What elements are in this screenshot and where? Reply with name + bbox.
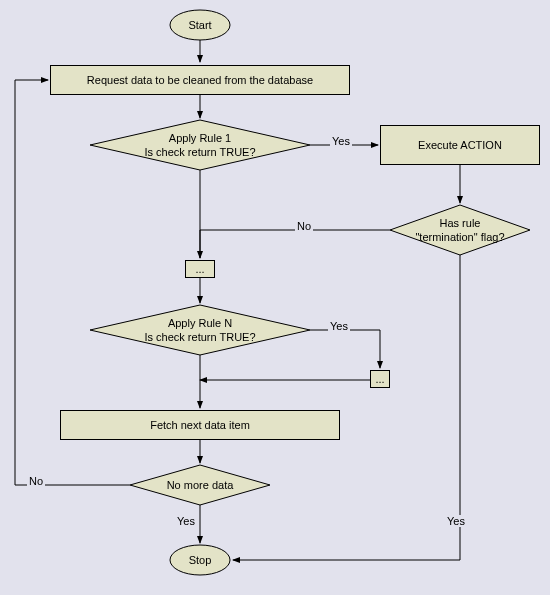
edge-label-yes-stop: Yes	[175, 515, 197, 527]
start-node: Start	[170, 17, 230, 33]
edge-label-no-loop: No	[27, 475, 45, 487]
fetch-next-item-process: Fetch next data item	[60, 410, 340, 440]
termination-line2: "termination" flag?	[415, 231, 504, 243]
ellipsis-node-1: ...	[185, 260, 215, 278]
request-data-process: Request data to be cleaned from the data…	[50, 65, 350, 95]
no-more-data-decision: No more data	[150, 477, 250, 493]
flowchart-canvas: Start Request data to be cleaned from th…	[0, 0, 550, 595]
edge-label-yes-rule1: Yes	[330, 135, 352, 147]
apply-rule-1-decision: Apply Rule 1 Is check return TRUE?	[120, 130, 280, 160]
apply-rule-n-decision: Apply Rule N Is check return TRUE?	[120, 315, 280, 345]
ruleN-line1: Apply Rule N	[168, 317, 232, 329]
edge-label-no-termination: No	[295, 220, 313, 232]
edge-label-yes-termination: Yes	[445, 515, 467, 527]
ellipsis-node-2: ...	[370, 370, 390, 388]
stop-node: Stop	[175, 552, 225, 568]
execute-action-process: Execute ACTION	[380, 125, 540, 165]
rule1-line1: Apply Rule 1	[169, 132, 231, 144]
rule1-line2: Is check return TRUE?	[144, 146, 255, 158]
edge-label-yes-ruleN: Yes	[328, 320, 350, 332]
ruleN-line2: Is check return TRUE?	[144, 331, 255, 343]
termination-flag-decision: Has rule "termination" flag?	[405, 216, 515, 244]
termination-line1: Has rule	[440, 217, 481, 229]
